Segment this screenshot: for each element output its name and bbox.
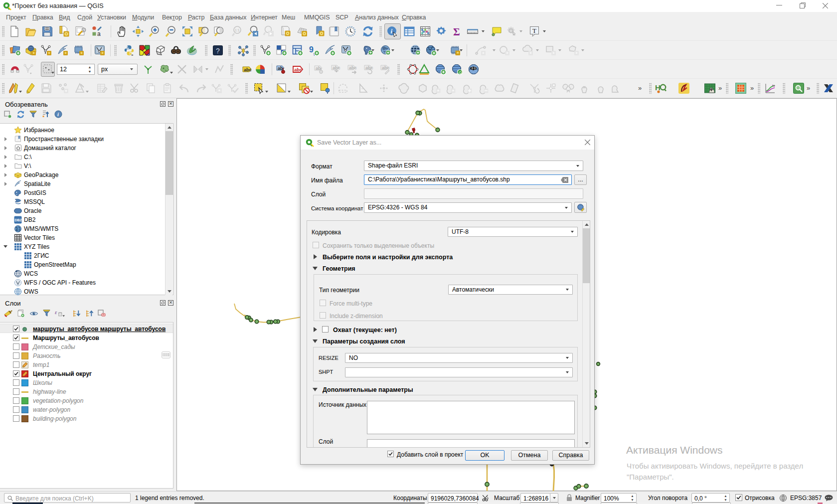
svg-text:Σ: Σ (453, 26, 460, 37)
svg-text:?: ? (216, 46, 220, 54)
svg-text:H: H (655, 83, 661, 92)
svg-text:abc: abc (365, 65, 373, 70)
svg-text:a: a (97, 30, 101, 37)
svg-text:i: i (391, 27, 393, 35)
svg-text:abc: abc (333, 65, 340, 70)
svg-text:Q: Q (459, 70, 462, 74)
svg-text:1:1: 1:1 (235, 28, 240, 32)
svg-text:abc: abc (294, 67, 302, 72)
svg-text:T: T (532, 26, 536, 34)
svg-text:ε: ε (55, 309, 57, 315)
svg-text:DB2: DB2 (15, 218, 22, 222)
svg-text:abc: abc (244, 67, 252, 72)
svg-text:abc: abc (349, 65, 357, 70)
